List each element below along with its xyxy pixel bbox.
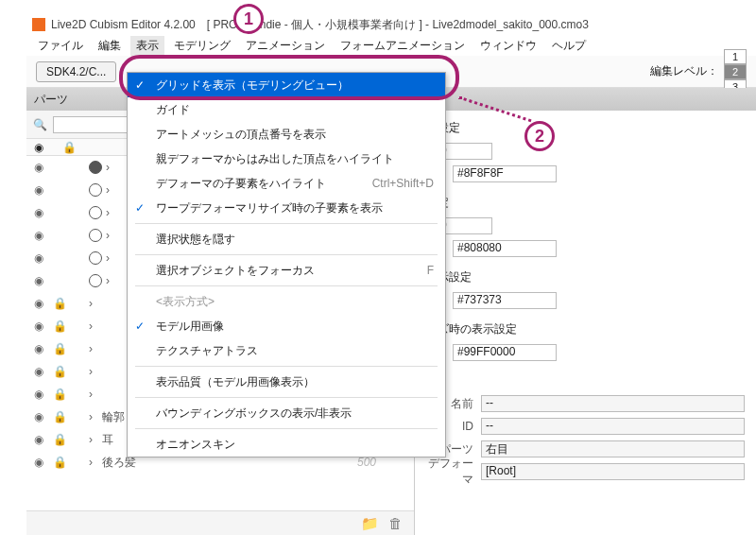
- annotation-bubble-2: 2: [524, 121, 555, 151]
- menu-item[interactable]: ガイド: [128, 97, 445, 122]
- menu-item[interactable]: ✓グリッドを表示（モデリングビュー）: [128, 73, 445, 97]
- eye-icon[interactable]: ◉: [34, 388, 49, 401]
- menu-ウィンドウ[interactable]: ウィンドウ: [474, 36, 542, 56]
- menu-item[interactable]: ✓モデル用画像: [128, 314, 445, 338]
- eye-icon[interactable]: ◉: [34, 297, 49, 310]
- app-logo-icon: [32, 18, 45, 31]
- circle-icon: [89, 251, 102, 265]
- annotation-bubble-1: 1: [233, 4, 264, 34]
- group2-label: 設定: [426, 191, 745, 215]
- inspector-header: [415, 88, 756, 111]
- menu-アニメーション[interactable]: アニメーション: [240, 36, 331, 56]
- circle-icon: [89, 206, 102, 219]
- caret-icon[interactable]: ›: [106, 274, 115, 287]
- lock-icon[interactable]: 🔒: [53, 297, 68, 310]
- group4-hex[interactable]: #99FF0000: [453, 344, 557, 361]
- menu-item[interactable]: 親デフォーマからはみ出した頂点をハイライト: [128, 147, 445, 171]
- row-number: 500: [357, 456, 376, 469]
- tree-footer: 📁 🗑: [26, 510, 414, 535]
- search-input[interactable]: [53, 116, 129, 133]
- window-title: Live2D Cubism Editor 4.2.00 [ PRO for in…: [51, 17, 589, 33]
- edit-level-label: 編集レベル：: [650, 63, 718, 79]
- menu-item[interactable]: アートメッシュの頂点番号を表示: [128, 122, 445, 147]
- titlebar: Live2D Cubism Editor 4.2.00 [ PRO for in…: [26, 14, 756, 35]
- form-id-value[interactable]: --: [481, 418, 745, 435]
- caret-icon[interactable]: ›: [106, 229, 115, 242]
- menu-ファイル[interactable]: ファイル: [32, 36, 89, 56]
- new-folder-icon[interactable]: 📁: [361, 515, 379, 532]
- caret-icon[interactable]: ›: [106, 206, 115, 219]
- eye-icon[interactable]: ◉: [34, 274, 49, 287]
- group1-label: 示設定: [426, 116, 745, 140]
- form-deformer-label: デフォーマ: [426, 456, 481, 488]
- eye-icon[interactable]: ◉: [34, 183, 49, 197]
- circle-icon: [89, 274, 102, 287]
- menu-フォームアニメーション[interactable]: フォームアニメーション: [335, 36, 471, 56]
- caret-icon[interactable]: ›: [89, 342, 98, 355]
- eye-column-icon: ◉: [34, 141, 43, 154]
- form-name-value[interactable]: --: [481, 395, 745, 412]
- lock-icon[interactable]: 🔒: [53, 410, 68, 423]
- eye-icon[interactable]: ◉: [34, 251, 49, 265]
- menu-item[interactable]: デフォーマの子要素をハイライトCtrl+Shift+D: [128, 171, 445, 196]
- lock-icon[interactable]: 🔒: [53, 433, 68, 446]
- lock-icon[interactable]: 🔒: [53, 456, 68, 469]
- group4-label: イズ時の表示設定: [426, 318, 745, 341]
- caret-icon[interactable]: ›: [106, 251, 115, 265]
- caret-icon[interactable]: ›: [89, 433, 98, 446]
- form-deformer-value[interactable]: [Root]: [481, 463, 745, 480]
- menu-item[interactable]: 選択状態を隠す: [128, 227, 445, 251]
- sdk-button[interactable]: SDK4.2/C...: [36, 61, 116, 82]
- eye-icon[interactable]: ◉: [34, 410, 49, 423]
- eye-icon[interactable]: ◉: [34, 433, 49, 446]
- lock-icon[interactable]: 🔒: [53, 342, 68, 355]
- menu-表示[interactable]: 表示: [130, 36, 164, 56]
- caret-icon[interactable]: ›: [89, 410, 98, 423]
- edit-level-1[interactable]: 1: [724, 49, 747, 64]
- caret-icon[interactable]: ›: [106, 161, 115, 174]
- menu-item[interactable]: テクスチャアトラス: [128, 338, 445, 363]
- view-menu-dropdown[interactable]: ✓グリッドを表示（モデリングビュー）ガイドアートメッシュの頂点番号を表示親デフォ…: [127, 72, 446, 457]
- group1-hex[interactable]: #8F8F8F: [453, 165, 557, 182]
- form-parts-value[interactable]: 右目: [481, 440, 745, 457]
- circle-icon: [89, 229, 102, 242]
- edit-level-2[interactable]: 2: [724, 64, 747, 79]
- eye-icon[interactable]: ◉: [34, 229, 49, 242]
- menu-編集[interactable]: 編集: [93, 36, 127, 56]
- menu-ヘルプ[interactable]: ヘルプ: [546, 36, 592, 56]
- menu-item[interactable]: 表示品質（モデル用画像表示）: [128, 370, 445, 394]
- menu-item[interactable]: ✓ワープデフォーマリサイズ時の子要素を表示: [128, 196, 445, 220]
- caret-icon[interactable]: ›: [89, 319, 98, 333]
- group3-label: 表示設定: [426, 266, 745, 289]
- lock-icon[interactable]: 🔒: [53, 319, 68, 333]
- menu-item[interactable]: バウンディングボックスの表示/非表示: [128, 401, 445, 425]
- eye-icon[interactable]: ◉: [34, 365, 49, 378]
- menu-モデリング[interactable]: モデリング: [168, 36, 236, 56]
- lock-icon[interactable]: 🔒: [53, 365, 68, 378]
- menu-item[interactable]: <表示方式>: [128, 289, 445, 314]
- caret-icon[interactable]: ›: [106, 183, 115, 197]
- eye-icon[interactable]: ◉: [34, 161, 49, 174]
- eye-icon[interactable]: ◉: [34, 342, 49, 355]
- delete-icon[interactable]: 🗑: [388, 515, 403, 531]
- search-icon[interactable]: 🔍: [32, 117, 47, 132]
- menu-item[interactable]: 選択オブジェクトをフォーカスF: [128, 258, 445, 283]
- lock-icon[interactable]: 🔒: [53, 388, 68, 401]
- group2-hex[interactable]: #808080: [453, 240, 557, 257]
- eye-icon[interactable]: ◉: [34, 456, 49, 469]
- eye-icon[interactable]: ◉: [34, 319, 49, 333]
- menu-item[interactable]: オニオンスキン: [128, 432, 445, 457]
- caret-icon[interactable]: ›: [89, 456, 98, 469]
- circle-icon: [89, 161, 102, 174]
- menubar: ファイル編集表示モデリングアニメーションフォームアニメーションウィンドウヘルプ: [26, 35, 756, 56]
- eye-icon[interactable]: ◉: [34, 206, 49, 219]
- circle-icon: [89, 183, 102, 197]
- caret-icon[interactable]: ›: [89, 297, 98, 310]
- caret-icon[interactable]: ›: [89, 388, 98, 401]
- caret-icon[interactable]: ›: [89, 365, 98, 378]
- lock-column-icon: 🔒: [62, 141, 77, 154]
- group3-hex[interactable]: #737373: [453, 292, 557, 309]
